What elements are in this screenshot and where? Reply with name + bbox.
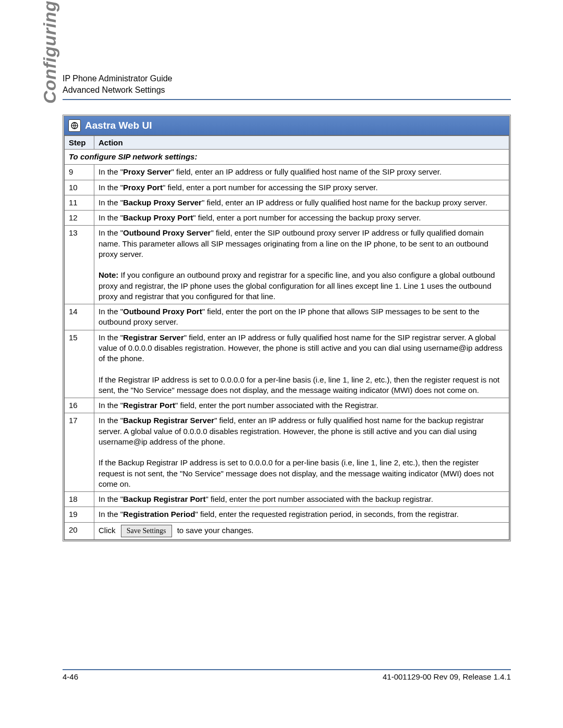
save-settings-button[interactable]: Save Settings bbox=[121, 525, 172, 538]
header: IP Phone Administrator Guide Advanced Ne… bbox=[63, 73, 511, 96]
step-action: In the "Registrar Port" field, enter the… bbox=[94, 398, 509, 413]
table-row: 17In the "Backup Registrar Server" field… bbox=[65, 413, 509, 492]
step-number: 20 bbox=[65, 522, 94, 540]
side-chapter-label: Configuring the IP Phones bbox=[40, 0, 60, 115]
table-row: 19In the "Registration Period" field, en… bbox=[65, 507, 509, 522]
step-action: In the "Backup Registrar Server" field, … bbox=[94, 413, 509, 492]
table-row: 20Click Save Settings to save your chang… bbox=[65, 522, 509, 540]
table-row: 12In the "Backup Proxy Port" field, ente… bbox=[65, 211, 509, 226]
title-bar: Aastra Web UI bbox=[64, 116, 509, 135]
step-number: 17 bbox=[65, 413, 94, 492]
page-number: 4-46 bbox=[63, 672, 78, 681]
table-row: 16In the "Registrar Port" field, enter t… bbox=[65, 398, 509, 413]
table-row: 15In the "Registrar Server" field, enter… bbox=[65, 330, 509, 398]
step-number: 13 bbox=[65, 226, 94, 304]
header-divider bbox=[63, 99, 511, 100]
step-action: In the "Proxy Port" field, enter a port … bbox=[94, 180, 509, 195]
title-bar-text: Aastra Web UI bbox=[85, 120, 152, 131]
step-number: 10 bbox=[65, 180, 94, 195]
procedure-box: Aastra Web UI Step Action To configure S… bbox=[63, 115, 511, 541]
col-action: Action bbox=[94, 136, 509, 150]
col-step: Step bbox=[65, 136, 94, 150]
doc-subtitle: Advanced Network Settings bbox=[63, 84, 511, 96]
step-number: 19 bbox=[65, 507, 94, 522]
table-row: 14In the "Outbound Proxy Port" field, en… bbox=[65, 304, 509, 330]
table-row: 18In the "Backup Registrar Port" field, … bbox=[65, 492, 509, 507]
step-action: In the "Outbound Proxy Port" field, ente… bbox=[94, 304, 509, 330]
footer-divider bbox=[63, 669, 511, 670]
step-action: In the "Registrar Server" field, enter a… bbox=[94, 330, 509, 398]
step-number: 18 bbox=[65, 492, 94, 507]
doc-title: IP Phone Administrator Guide bbox=[63, 73, 511, 84]
table-row: 13In the "Outbound Proxy Server" field, … bbox=[65, 226, 509, 304]
step-action: In the "Backup Proxy Server" field, ente… bbox=[94, 195, 509, 210]
step-action: In the "Outbound Proxy Server" field, en… bbox=[94, 226, 509, 304]
step-action: In the "Backup Registrar Port" field, en… bbox=[94, 492, 509, 507]
step-action: In the "Proxy Server" field, enter an IP… bbox=[94, 165, 509, 180]
step-number: 14 bbox=[65, 304, 94, 330]
footer: 4-46 41-001129-00 Rev 09, Release 1.4.1 bbox=[63, 665, 511, 682]
step-number: 11 bbox=[65, 195, 94, 210]
step-action: Click Save Settings to save your changes… bbox=[94, 522, 509, 540]
step-number: 9 bbox=[65, 165, 94, 180]
table-row: 10In the "Proxy Port" field, enter a por… bbox=[65, 180, 509, 195]
step-number: 15 bbox=[65, 330, 94, 398]
step-action: In the "Backup Proxy Port" field, enter … bbox=[94, 211, 509, 226]
doc-revision: 41-001129-00 Rev 09, Release 1.4.1 bbox=[383, 672, 511, 681]
step-number: 16 bbox=[65, 398, 94, 413]
table-subheading: To configure SIP network settings: bbox=[65, 150, 509, 165]
step-action: In the "Registration Period" field, ente… bbox=[94, 507, 509, 522]
table-row: 9In the "Proxy Server" field, enter an I… bbox=[65, 165, 509, 180]
step-number: 12 bbox=[65, 211, 94, 226]
table-row: 11In the "Backup Proxy Server" field, en… bbox=[65, 195, 509, 210]
steps-table: Step Action To configure SIP network set… bbox=[64, 135, 509, 540]
globe-icon bbox=[68, 119, 81, 132]
